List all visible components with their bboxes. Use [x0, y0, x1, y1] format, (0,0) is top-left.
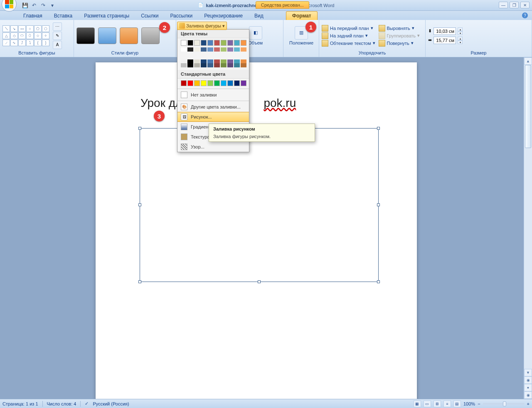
zoom-in-button[interactable]: +: [527, 401, 530, 406]
scroll-down-icon[interactable]: ▼: [524, 369, 532, 376]
shapes-more-icon[interactable]: ⋯: [53, 22, 62, 31]
tab-references[interactable]: Ссылки: [135, 12, 164, 20]
color-swatch[interactable]: [241, 40, 246, 46]
scroll-up-icon[interactable]: ▲: [524, 57, 532, 65]
tab-home[interactable]: Главная: [17, 12, 48, 20]
spin-up-icon[interactable]: ▴: [458, 27, 463, 31]
style-swatch[interactable]: [120, 27, 138, 44]
color-swatch[interactable]: [187, 80, 193, 86]
browse-object-icon[interactable]: ●: [524, 384, 532, 391]
shape-fill-dropdown[interactable]: Заливка фигуры ▾: [177, 22, 227, 30]
color-swatch[interactable]: [214, 80, 220, 86]
color-swatch[interactable]: [181, 40, 187, 46]
color-swatch[interactable]: [221, 80, 227, 86]
spin-down-icon[interactable]: ▾: [458, 40, 463, 44]
color-swatch[interactable]: [207, 80, 213, 86]
width-input[interactable]: ⬌15,77 см▴▾: [428, 37, 463, 44]
proofing-icon[interactable]: ✓: [85, 401, 89, 406]
web-view-icon[interactable]: ⊞: [433, 401, 441, 407]
resize-handle[interactable]: [138, 203, 141, 206]
tab-mailings[interactable]: Рассылки: [164, 12, 198, 20]
save-icon[interactable]: 💾: [22, 2, 28, 9]
send-back-button[interactable]: На задний план ▾: [322, 32, 375, 39]
color-swatch[interactable]: [234, 80, 240, 86]
resize-handle[interactable]: [138, 127, 141, 130]
resize-handle[interactable]: [258, 280, 261, 283]
color-swatch[interactable]: [227, 80, 233, 86]
selected-shape[interactable]: [140, 128, 379, 282]
prev-page-icon[interactable]: ◉: [524, 376, 532, 384]
color-swatch[interactable]: [241, 80, 246, 86]
color-tint-column[interactable]: [187, 47, 193, 67]
color-swatch[interactable]: [221, 40, 227, 46]
office-button[interactable]: [2, 0, 17, 12]
undo-icon[interactable]: ↶: [31, 2, 37, 9]
no-fill-item[interactable]: Нет заливки: [177, 90, 249, 100]
color-tint-column[interactable]: [201, 47, 207, 67]
color-swatch[interactable]: [214, 40, 220, 46]
word-count[interactable]: Число слов: 4: [47, 401, 76, 406]
color-swatch[interactable]: [201, 80, 207, 86]
resize-handle[interactable]: [377, 127, 380, 130]
style-swatch[interactable]: [98, 27, 116, 44]
color-swatch[interactable]: [201, 40, 207, 46]
minimize-button[interactable]: —: [499, 2, 508, 8]
resize-handle[interactable]: [377, 280, 380, 283]
scroll-thumb[interactable]: [525, 65, 531, 148]
color-tint-column[interactable]: [227, 47, 233, 67]
bring-front-button[interactable]: На передний план ▾: [322, 25, 375, 32]
next-page-icon[interactable]: ◉: [524, 391, 532, 399]
spin-up-icon[interactable]: ▴: [458, 37, 463, 40]
color-tint-column[interactable]: [221, 47, 227, 67]
color-swatch[interactable]: [207, 40, 213, 46]
height-input[interactable]: ⬍10,03 см▴▾: [428, 27, 463, 35]
tab-view[interactable]: Вид: [249, 12, 269, 20]
close-button[interactable]: ✕: [520, 2, 530, 8]
edit-shape-icon[interactable]: ✎: [53, 32, 62, 40]
color-tint-column[interactable]: [181, 47, 187, 67]
pattern-fill-item[interactable]: Узор...: [177, 142, 249, 152]
fullscreen-view-icon[interactable]: ▭: [424, 401, 431, 407]
rotate-button[interactable]: Повернуть ▾: [379, 40, 420, 47]
color-tint-column[interactable]: [241, 47, 246, 67]
color-swatch[interactable]: [234, 40, 240, 46]
vertical-scrollbar[interactable]: ▲ ▼ ◉ ● ◉: [524, 57, 532, 399]
zoom-out-button[interactable]: −: [478, 401, 480, 406]
redo-icon[interactable]: ↷: [40, 2, 47, 9]
document-area[interactable]: Урок длxxxxxxxxxxxxxxpok.ru: [0, 57, 524, 399]
text-wrap-button[interactable]: Обтекание текстом ▾: [322, 40, 375, 47]
color-swatch[interactable]: [187, 40, 193, 46]
help-icon[interactable]: ?: [522, 12, 528, 18]
picture-fill-item[interactable]: 🖼Рисунок...: [177, 112, 249, 122]
shape-styles-gallery[interactable]: [76, 27, 160, 44]
page-status[interactable]: Страница: 1 из 1: [2, 401, 38, 406]
qat-dropdown-icon[interactable]: ▾: [49, 2, 56, 9]
color-swatch[interactable]: [194, 40, 200, 46]
shapes-gallery[interactable]: ＼↘▭○⬠⬡ △◇⬭⬯☆✧ ⟋∿⤴⤵{}: [2, 25, 49, 46]
draft-view-icon[interactable]: ▤: [453, 401, 461, 407]
color-swatch[interactable]: [194, 80, 200, 86]
color-tint-column[interactable]: [214, 47, 220, 67]
color-swatch[interactable]: [181, 80, 187, 86]
align-button[interactable]: Выровнять ▾: [379, 25, 420, 32]
color-swatch[interactable]: [227, 40, 233, 46]
group-button[interactable]: Группировать ▾: [379, 32, 420, 39]
zoom-slider[interactable]: [483, 403, 525, 405]
tab-insert[interactable]: Вставка: [48, 12, 79, 20]
resize-handle[interactable]: [377, 203, 380, 206]
tab-format[interactable]: Формат: [286, 11, 318, 20]
language-status[interactable]: Русский (Россия): [93, 401, 129, 406]
color-tint-column[interactable]: [234, 47, 240, 67]
zoom-level[interactable]: 100%: [463, 401, 475, 406]
outline-view-icon[interactable]: ≡: [443, 401, 451, 407]
print-layout-view-icon[interactable]: ▦: [414, 401, 421, 407]
color-tint-column[interactable]: [194, 47, 200, 67]
spin-down-icon[interactable]: ▾: [458, 31, 463, 35]
style-swatch[interactable]: [76, 27, 95, 44]
more-colors-item[interactable]: 🎨Другие цвета заливки...: [177, 102, 249, 112]
style-swatch[interactable]: [141, 27, 160, 44]
color-tint-column[interactable]: [207, 47, 213, 67]
textbox-icon[interactable]: A: [53, 41, 62, 49]
tab-review[interactable]: Рецензирование: [198, 12, 249, 20]
zoom-thumb[interactable]: [503, 401, 506, 406]
